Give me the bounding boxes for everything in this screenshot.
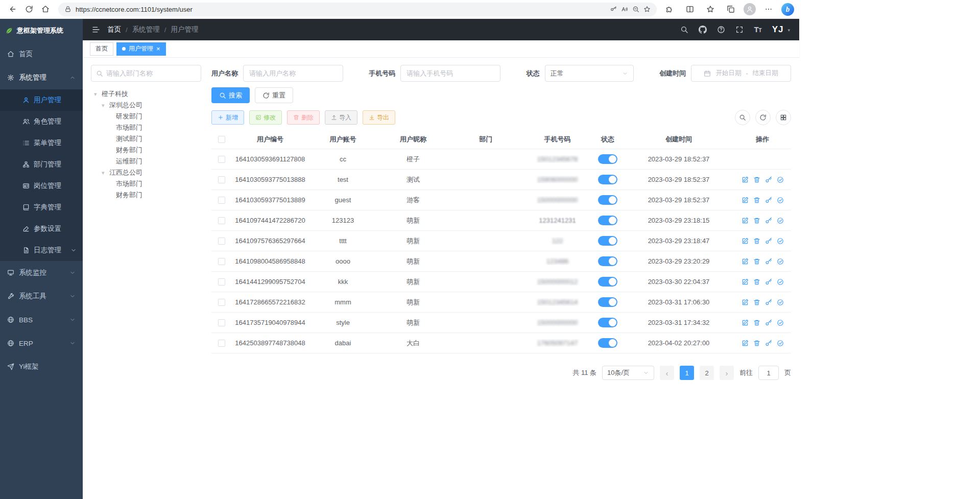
sidebar-item-tools[interactable]: 系统工具 [0, 284, 83, 308]
sidebar-item-home[interactable]: 首页 [0, 42, 83, 66]
edit-button[interactable]: 修改 [249, 110, 282, 125]
row-checkbox[interactable] [218, 156, 225, 163]
row-checkbox[interactable] [218, 217, 225, 224]
tree-node-dept[interactable]: 测试部门 [91, 133, 201, 145]
tree-caret-icon[interactable]: ▾ [102, 170, 107, 176]
row-checkbox[interactable] [218, 176, 225, 183]
address-bar[interactable]: https://ccnetcore.com:1101/system/user [58, 3, 657, 16]
sidebar-item-role-mgmt[interactable]: 角色管理 [0, 111, 83, 132]
password-key-icon[interactable] [610, 6, 617, 13]
assign-role-icon[interactable] [777, 176, 784, 183]
reset-password-icon[interactable] [765, 197, 772, 204]
reset-password-icon[interactable] [765, 299, 772, 306]
search-icon[interactable] [680, 26, 688, 34]
refresh-icon[interactable] [21, 2, 37, 16]
toggle-search-button[interactable] [735, 110, 750, 125]
assign-role-icon[interactable] [777, 319, 784, 326]
add-button[interactable]: 新增 [211, 110, 244, 125]
sidebar-item-post-mgmt[interactable]: 岗位管理 [0, 175, 83, 197]
assign-role-icon[interactable] [777, 237, 784, 245]
tree-node-company[interactable]: ▾橙子科技 [91, 88, 201, 100]
favorites-bar-icon[interactable] [703, 2, 718, 16]
tree-node-branch[interactable]: ▾深圳总公司 [91, 100, 201, 111]
more-menu-icon[interactable] [761, 2, 776, 16]
tree-node-dept[interactable]: 市场部门 [91, 178, 201, 189]
status-select[interactable]: 正常 [545, 65, 634, 82]
reset-password-icon[interactable] [765, 278, 772, 286]
reset-password-icon[interactable] [765, 176, 772, 183]
assign-role-icon[interactable] [777, 197, 784, 204]
edit-user-icon[interactable] [742, 176, 749, 183]
delete-user-icon[interactable] [753, 217, 760, 224]
sidebar-item-dept-mgmt[interactable]: 部门管理 [0, 154, 83, 175]
status-toggle[interactable] [598, 297, 617, 307]
assign-role-icon[interactable] [777, 299, 784, 306]
user-avatar[interactable]: YJ [772, 25, 784, 35]
reset-password-icon[interactable] [765, 319, 772, 326]
sidebar-item-erp[interactable]: ERP [0, 331, 83, 355]
refresh-table-button[interactable] [755, 110, 771, 125]
help-icon[interactable] [717, 26, 725, 34]
profile-avatar[interactable] [744, 3, 756, 15]
status-toggle[interactable] [598, 256, 617, 266]
sidebar-item-dict-mgmt[interactable]: 字典管理 [0, 197, 83, 218]
sidebar-item-bbs[interactable]: BBS [0, 308, 83, 331]
edit-user-icon[interactable] [742, 237, 749, 245]
row-checkbox[interactable] [218, 237, 225, 245]
avatar-caret-icon[interactable]: ▾ [787, 28, 790, 35]
delete-user-icon[interactable] [753, 197, 760, 204]
row-checkbox[interactable] [218, 319, 225, 326]
prev-page-button[interactable]: ‹ [660, 366, 674, 380]
status-toggle[interactable] [598, 318, 617, 327]
row-checkbox[interactable] [218, 340, 225, 347]
import-button[interactable]: 导入 [325, 110, 357, 125]
zoom-icon[interactable] [632, 6, 639, 13]
delete-user-icon[interactable] [753, 299, 760, 306]
assign-role-icon[interactable] [777, 278, 784, 286]
favorite-star-icon[interactable] [643, 6, 651, 13]
tree-caret-icon[interactable]: ▾ [102, 102, 107, 109]
edit-user-icon[interactable] [742, 340, 749, 347]
search-button[interactable]: 搜索 [211, 87, 250, 103]
assign-role-icon[interactable] [777, 258, 784, 265]
reset-password-icon[interactable] [765, 237, 772, 245]
date-range-picker[interactable]: 开始日期 - 结束日期 [691, 65, 791, 82]
delete-user-icon[interactable] [753, 258, 760, 265]
page-size-select[interactable]: 10条/页 [602, 366, 654, 380]
edit-user-icon[interactable] [742, 278, 749, 286]
read-aloud-icon[interactable] [621, 6, 628, 13]
breadcrumb-system[interactable]: 系统管理 [132, 25, 160, 34]
status-toggle[interactable] [598, 175, 617, 184]
reset-password-icon[interactable] [765, 340, 772, 347]
delete-user-icon[interactable] [753, 176, 760, 183]
breadcrumb-home[interactable]: 首页 [107, 25, 121, 34]
status-toggle[interactable] [598, 236, 617, 246]
sidebar-item-log-mgmt[interactable]: 日志管理 [0, 240, 83, 261]
collapse-sidebar-icon[interactable] [92, 26, 100, 34]
sidebar-item-yi-framework[interactable]: Yi框架 [0, 355, 83, 378]
username-input[interactable] [243, 65, 343, 82]
phone-input[interactable] [400, 65, 500, 82]
delete-user-icon[interactable] [753, 278, 760, 286]
edit-user-icon[interactable] [742, 299, 749, 306]
tab-home[interactable]: 首页 [90, 42, 113, 56]
status-toggle[interactable] [598, 277, 617, 287]
column-settings-button[interactable] [776, 110, 791, 125]
status-toggle[interactable] [598, 154, 617, 164]
collections-icon[interactable] [723, 2, 738, 16]
github-icon[interactable] [699, 26, 707, 34]
next-page-button[interactable]: › [720, 366, 734, 380]
tab-user-mgmt[interactable]: 用户管理 × [116, 42, 166, 56]
edit-user-icon[interactable] [742, 217, 749, 224]
reset-password-icon[interactable] [765, 258, 772, 265]
sidebar-item-system[interactable]: 系统管理 [0, 66, 83, 89]
tree-caret-icon[interactable]: ▾ [94, 91, 99, 98]
sidebar-item-monitor[interactable]: 系统监控 [0, 261, 83, 284]
delete-button[interactable]: 删除 [287, 110, 320, 125]
fullscreen-icon[interactable] [735, 26, 744, 34]
tree-node-dept[interactable]: 研发部门 [91, 111, 201, 122]
url-text[interactable]: https://ccnetcore.com:1101/system/user [76, 6, 606, 13]
delete-user-icon[interactable] [753, 237, 760, 245]
back-icon[interactable] [5, 2, 20, 16]
sidebar-item-param-settings[interactable]: 参数设置 [0, 218, 83, 240]
